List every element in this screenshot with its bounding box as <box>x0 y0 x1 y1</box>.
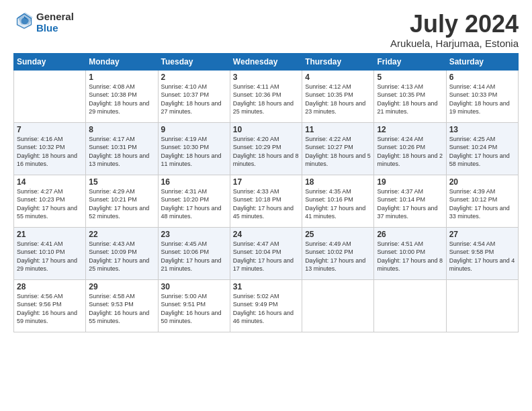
day-number: 13 <box>449 125 515 134</box>
day-info: Sunrise: 4:08 AMSunset: 10:38 PMDaylight… <box>89 83 154 116</box>
day-number: 27 <box>449 230 515 239</box>
calendar-cell: 24Sunrise: 4:47 AMSunset: 10:04 PMDaylig… <box>230 227 302 279</box>
day-info: Sunrise: 4:35 AMSunset: 10:16 PMDaylight… <box>305 187 371 221</box>
day-number: 29 <box>89 282 154 291</box>
day-number: 21 <box>17 230 83 239</box>
logo: General Blue <box>13 11 74 34</box>
calendar-cell: 25Sunrise: 4:49 AMSunset: 10:02 PMDaylig… <box>302 227 374 279</box>
calendar-cell: 23Sunrise: 4:45 AMSunset: 10:06 PMDaylig… <box>158 227 230 279</box>
calendar-week-row: 28Sunrise: 4:56 AMSunset: 9:56 PMDayligh… <box>14 279 519 332</box>
calendar-cell: 9Sunrise: 4:19 AMSunset: 10:30 PMDayligh… <box>158 122 230 175</box>
calendar-week-row: 1Sunrise: 4:08 AMSunset: 10:38 PMDayligh… <box>14 70 519 122</box>
calendar-cell: 28Sunrise: 4:56 AMSunset: 9:56 PMDayligh… <box>14 279 86 332</box>
calendar-cell: 22Sunrise: 4:43 AMSunset: 10:09 PMDaylig… <box>86 227 158 279</box>
day-number: 5 <box>377 73 443 82</box>
calendar-cell: 17Sunrise: 4:33 AMSunset: 10:18 PMDaylig… <box>230 175 302 227</box>
day-info: Sunrise: 4:56 AMSunset: 9:56 PMDaylight:… <box>17 292 83 326</box>
header-tuesday: Tuesday <box>158 53 230 70</box>
day-info: Sunrise: 4:11 AMSunset: 10:36 PMDaylight… <box>233 83 299 116</box>
day-info: Sunrise: 4:13 AMSunset: 10:35 PMDaylight… <box>377 83 443 116</box>
day-info: Sunrise: 4:25 AMSunset: 10:24 PMDaylight… <box>449 135 515 169</box>
calendar-cell: 31Sunrise: 5:02 AMSunset: 9:49 PMDayligh… <box>230 279 302 332</box>
day-info: Sunrise: 4:19 AMSunset: 10:30 PMDaylight… <box>161 135 227 169</box>
day-info: Sunrise: 4:29 AMSunset: 10:21 PMDaylight… <box>89 187 154 221</box>
day-number: 4 <box>305 73 371 82</box>
calendar-cell: 14Sunrise: 4:27 AMSunset: 10:23 PMDaylig… <box>14 175 86 227</box>
day-number: 14 <box>17 177 83 187</box>
day-info: Sunrise: 4:58 AMSunset: 9:53 PMDaylight:… <box>89 292 154 326</box>
day-number: 10 <box>233 125 299 134</box>
header-saturday: Saturday <box>446 53 518 70</box>
calendar-cell: 6Sunrise: 4:14 AMSunset: 10:33 PMDayligh… <box>446 70 518 122</box>
calendar-cell: 16Sunrise: 4:31 AMSunset: 10:20 PMDaylig… <box>158 175 230 227</box>
day-number: 24 <box>233 230 299 239</box>
day-number: 9 <box>161 125 227 134</box>
day-info: Sunrise: 4:10 AMSunset: 10:37 PMDaylight… <box>161 83 227 116</box>
calendar-week-row: 21Sunrise: 4:41 AMSunset: 10:10 PMDaylig… <box>14 227 519 279</box>
day-number: 3 <box>233 73 299 82</box>
day-number: 15 <box>89 177 154 187</box>
header-friday: Friday <box>374 53 446 70</box>
calendar-cell: 26Sunrise: 4:51 AMSunset: 10:00 PMDaylig… <box>374 227 446 279</box>
calendar-cell: 20Sunrise: 4:39 AMSunset: 10:12 PMDaylig… <box>446 175 518 227</box>
day-number: 20 <box>449 177 515 187</box>
calendar-cell: 11Sunrise: 4:22 AMSunset: 10:27 PMDaylig… <box>302 122 374 175</box>
day-number: 16 <box>161 177 227 187</box>
calendar-cell: 8Sunrise: 4:17 AMSunset: 10:31 PMDayligh… <box>86 122 158 175</box>
day-info: Sunrise: 4:41 AMSunset: 10:10 PMDaylight… <box>17 240 83 273</box>
day-number: 26 <box>377 230 443 239</box>
day-number: 25 <box>305 230 371 239</box>
day-info: Sunrise: 4:33 AMSunset: 10:18 PMDaylight… <box>233 187 299 221</box>
calendar-cell: 13Sunrise: 4:25 AMSunset: 10:24 PMDaylig… <box>446 122 518 175</box>
calendar-title: July 2024 <box>390 11 519 38</box>
day-number: 1 <box>89 73 154 82</box>
calendar-table: Sunday Monday Tuesday Wednesday Thursday… <box>13 53 519 332</box>
header-sunday: Sunday <box>14 53 86 70</box>
calendar-cell: 29Sunrise: 4:58 AMSunset: 9:53 PMDayligh… <box>86 279 158 332</box>
calendar-cell: 7Sunrise: 4:16 AMSunset: 10:32 PMDayligh… <box>14 122 86 175</box>
calendar-cell: 21Sunrise: 4:41 AMSunset: 10:10 PMDaylig… <box>14 227 86 279</box>
logo-icon <box>15 11 34 30</box>
day-number: 7 <box>17 125 83 134</box>
calendar-cell: 2Sunrise: 4:10 AMSunset: 10:37 PMDayligh… <box>158 70 230 122</box>
day-info: Sunrise: 4:31 AMSunset: 10:20 PMDaylight… <box>161 187 227 221</box>
header-wednesday: Wednesday <box>230 53 302 70</box>
day-number: 2 <box>161 73 227 82</box>
day-info: Sunrise: 4:16 AMSunset: 10:32 PMDaylight… <box>17 135 83 169</box>
day-number: 28 <box>17 282 83 291</box>
day-info: Sunrise: 4:45 AMSunset: 10:06 PMDaylight… <box>161 240 227 273</box>
day-number: 30 <box>161 282 227 291</box>
day-info: Sunrise: 4:22 AMSunset: 10:27 PMDaylight… <box>305 135 371 169</box>
logo-blue: Blue <box>36 22 74 34</box>
day-info: Sunrise: 4:14 AMSunset: 10:33 PMDaylight… <box>449 83 515 116</box>
calendar-cell <box>374 279 446 332</box>
calendar-cell <box>446 279 518 332</box>
day-info: Sunrise: 4:24 AMSunset: 10:26 PMDaylight… <box>377 135 443 169</box>
day-number: 22 <box>89 230 154 239</box>
calendar-cell: 4Sunrise: 4:12 AMSunset: 10:35 PMDayligh… <box>302 70 374 122</box>
calendar-cell: 5Sunrise: 4:13 AMSunset: 10:35 PMDayligh… <box>374 70 446 122</box>
header-monday: Monday <box>86 53 158 70</box>
day-info: Sunrise: 4:39 AMSunset: 10:12 PMDaylight… <box>449 187 515 221</box>
day-info: Sunrise: 4:54 AMSunset: 9:58 PMDaylight:… <box>449 240 515 273</box>
day-number: 23 <box>161 230 227 239</box>
calendar-cell: 30Sunrise: 5:00 AMSunset: 9:51 PMDayligh… <box>158 279 230 332</box>
calendar-cell: 19Sunrise: 4:37 AMSunset: 10:14 PMDaylig… <box>374 175 446 227</box>
header: General Blue July 2024 Arukuela, Harjuma… <box>13 11 519 49</box>
calendar-cell: 3Sunrise: 4:11 AMSunset: 10:36 PMDayligh… <box>230 70 302 122</box>
day-info: Sunrise: 4:37 AMSunset: 10:14 PMDaylight… <box>377 187 443 221</box>
day-number: 19 <box>377 177 443 187</box>
calendar-week-row: 7Sunrise: 4:16 AMSunset: 10:32 PMDayligh… <box>14 122 519 175</box>
day-number: 6 <box>449 73 515 82</box>
day-info: Sunrise: 4:51 AMSunset: 10:00 PMDaylight… <box>377 240 443 273</box>
day-info: Sunrise: 4:12 AMSunset: 10:35 PMDaylight… <box>305 83 371 116</box>
day-number: 12 <box>377 125 443 134</box>
day-number: 17 <box>233 177 299 187</box>
day-info: Sunrise: 5:00 AMSunset: 9:51 PMDaylight:… <box>161 292 227 326</box>
calendar-page: General Blue July 2024 Arukuela, Harjuma… <box>0 0 532 411</box>
calendar-cell: 15Sunrise: 4:29 AMSunset: 10:21 PMDaylig… <box>86 175 158 227</box>
calendar-header-row: Sunday Monday Tuesday Wednesday Thursday… <box>14 53 519 70</box>
calendar-cell: 10Sunrise: 4:20 AMSunset: 10:29 PMDaylig… <box>230 122 302 175</box>
calendar-week-row: 14Sunrise: 4:27 AMSunset: 10:23 PMDaylig… <box>14 175 519 227</box>
day-info: Sunrise: 4:49 AMSunset: 10:02 PMDaylight… <box>305 240 371 273</box>
